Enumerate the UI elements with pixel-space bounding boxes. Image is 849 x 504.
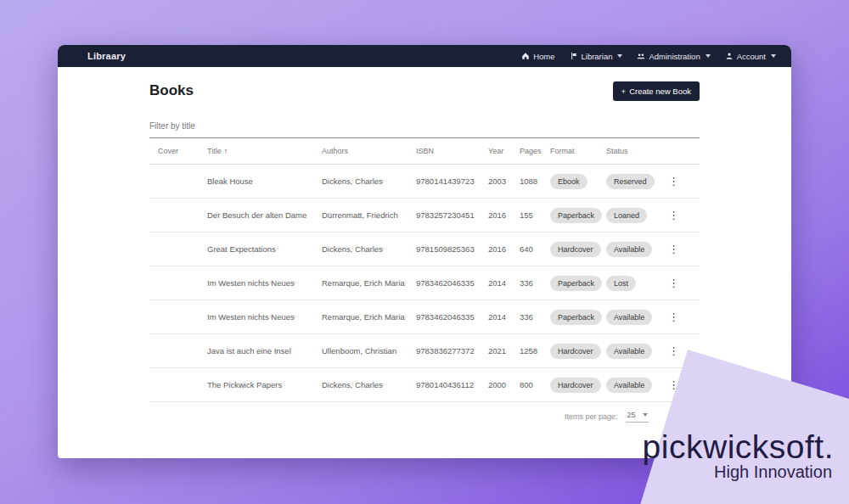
- cell-title: Great Expectations: [207, 244, 322, 254]
- cell-status: Lost: [606, 276, 665, 291]
- status-badge: Available: [606, 242, 652, 257]
- table-row[interactable]: The Pickwick Papers Dickens, Charles 978…: [149, 368, 700, 402]
- flag-icon: [570, 52, 578, 60]
- app-brand[interactable]: Libraary: [87, 51, 126, 61]
- cell-isbn: 9783462046335: [416, 278, 488, 288]
- chevron-down-icon: [771, 54, 776, 58]
- cell-year: 2021: [488, 346, 520, 356]
- cell-authors: Remarque, Erich Maria: [322, 312, 416, 322]
- cell-pages: 336: [520, 312, 550, 322]
- page-size-value: 25: [627, 411, 635, 419]
- cell-pages: 640: [520, 244, 550, 254]
- format-badge: Paperback: [550, 310, 602, 325]
- cell-isbn: 9783836277372: [416, 346, 488, 356]
- header-cover[interactable]: Cover: [158, 147, 207, 155]
- cell-authors: Dickens, Charles: [322, 244, 416, 254]
- cell-title: Der Besuch der alten Dame: [207, 210, 322, 220]
- cell-authors: Dickens, Charles: [322, 176, 416, 186]
- cell-year: 2000: [488, 380, 520, 389]
- company-logo-text: pickwicksoft.: [643, 431, 834, 463]
- nav-item-label: Librarian: [582, 52, 613, 61]
- nav-item-label: Administration: [649, 52, 700, 61]
- row-actions-menu-button[interactable]: ⋮: [665, 345, 683, 357]
- cell-format: Paperback: [550, 310, 606, 325]
- status-badge: Available: [606, 344, 652, 359]
- cell-status: Available: [606, 242, 665, 257]
- create-button-label: Create new Book: [629, 87, 691, 96]
- cell-isbn: 9781509825363: [416, 244, 488, 254]
- sort-asc-icon: ↑: [224, 147, 228, 155]
- cell-authors: Ullenboom, Christian: [322, 346, 416, 356]
- nav-item-label: Account: [737, 52, 766, 61]
- cell-status: Available: [606, 344, 665, 359]
- header-title[interactable]: Title↑: [207, 147, 322, 155]
- cell-actions: ⋮: [665, 210, 700, 221]
- cell-authors: Dickens, Charles: [322, 380, 416, 389]
- header-status[interactable]: Status: [606, 147, 665, 155]
- paginator: Items per page: 25 1 – 7 of 7: [149, 402, 700, 423]
- cell-actions: ⋮: [665, 311, 700, 323]
- page-size-select[interactable]: 25: [626, 410, 649, 423]
- cell-isbn: 9780140436112: [416, 380, 488, 389]
- nav-item-administration[interactable]: Administration: [637, 52, 710, 61]
- table-row[interactable]: Great Expectations Dickens, Charles 9781…: [149, 232, 700, 266]
- company-tagline: High Innovation: [643, 463, 832, 481]
- header-format[interactable]: Format: [550, 147, 606, 155]
- format-badge: Hardcover: [550, 242, 601, 257]
- nav-item-label: Home: [533, 52, 554, 61]
- title-row: Books + Create new Book: [149, 81, 700, 101]
- cell-pages: 1088: [520, 176, 550, 186]
- nav-item-librarian[interactable]: Librarian: [570, 52, 623, 61]
- cell-status: Loaned: [606, 208, 665, 223]
- cell-actions: ⋮: [665, 176, 700, 188]
- branding-block: pickwicksoft. High Innovation: [643, 431, 834, 481]
- format-badge: Hardcover: [550, 344, 601, 359]
- table-row[interactable]: Bleak House Dickens, Charles 97801414397…: [149, 165, 700, 199]
- table-row[interactable]: Java ist auch eine Insel Ullenboom, Chri…: [149, 334, 700, 368]
- status-badge: Lost: [606, 276, 636, 291]
- cell-year: 2014: [488, 312, 520, 322]
- cell-format: Hardcover: [550, 378, 606, 393]
- cell-title: Bleak House: [207, 176, 322, 186]
- row-actions-menu-button[interactable]: ⋮: [665, 210, 683, 221]
- header-pages[interactable]: Pages: [520, 147, 550, 155]
- format-badge: Hardcover: [550, 378, 601, 393]
- table-row[interactable]: Im Westen nichts Neues Remarque, Erich M…: [149, 266, 700, 300]
- row-actions-menu-button[interactable]: ⋮: [665, 244, 683, 255]
- cell-isbn: 9780141439723: [416, 176, 488, 186]
- cell-format: Hardcover: [550, 242, 606, 257]
- cell-title: The Pickwick Papers: [207, 380, 322, 389]
- filter-by-title-input[interactable]: [149, 121, 700, 131]
- nav-item-home[interactable]: Home: [521, 52, 554, 61]
- header-authors[interactable]: Authors: [322, 147, 416, 155]
- cell-authors: Remarque, Erich Maria: [322, 278, 416, 288]
- nav-item-account[interactable]: Account: [725, 52, 776, 61]
- row-actions-menu-button[interactable]: ⋮: [665, 176, 683, 188]
- create-new-book-button[interactable]: + Create new Book: [613, 81, 700, 101]
- cell-format: Paperback: [550, 208, 606, 223]
- items-per-page-label: Items per page:: [565, 412, 618, 421]
- cell-format: Ebook: [550, 174, 606, 189]
- header-isbn[interactable]: ISBN: [416, 147, 488, 155]
- cell-isbn: 9783257230451: [416, 210, 488, 220]
- table-row[interactable]: Der Besuch der alten Dame Dürrenmatt, Fr…: [149, 199, 700, 232]
- status-badge: Available: [606, 310, 652, 325]
- cell-year: 2003: [488, 176, 520, 186]
- cell-pages: 800: [520, 380, 550, 389]
- cell-title: Java ist auch eine Insel: [207, 346, 322, 356]
- person-icon: [725, 52, 734, 60]
- cell-title: Im Westen nichts Neues: [207, 312, 322, 322]
- status-badge: Loaned: [606, 208, 647, 223]
- cell-pages: 155: [520, 210, 550, 220]
- status-badge: Reserved: [606, 174, 655, 189]
- home-icon: [521, 52, 530, 60]
- header-year[interactable]: Year: [488, 147, 520, 155]
- table-body: Bleak House Dickens, Charles 97801414397…: [149, 165, 700, 402]
- cell-pages: 336: [520, 278, 550, 288]
- chevron-down-icon: [706, 54, 711, 58]
- row-actions-menu-button[interactable]: ⋮: [665, 311, 683, 323]
- cell-status: Available: [606, 310, 665, 325]
- table-row[interactable]: Im Westen nichts Neues Remarque, Erich M…: [149, 300, 700, 334]
- row-actions-menu-button[interactable]: ⋮: [665, 277, 683, 289]
- people-icon: [637, 52, 645, 60]
